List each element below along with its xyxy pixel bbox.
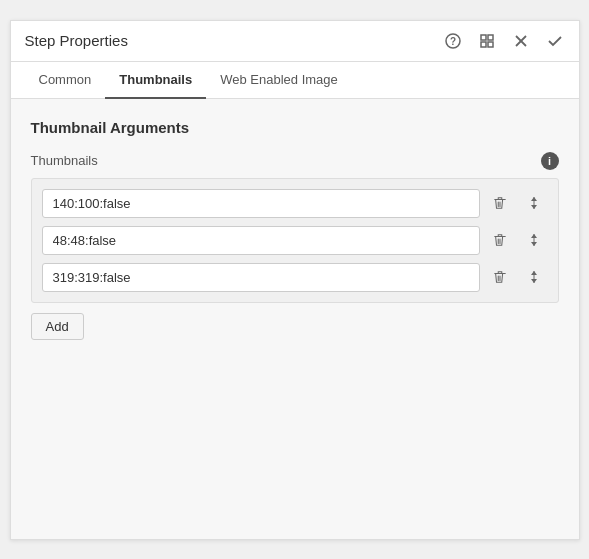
delete-row-1-button[interactable]	[486, 189, 514, 217]
tab-web-enabled-image[interactable]: Web Enabled Image	[206, 62, 352, 99]
tab-common[interactable]: Common	[25, 62, 106, 99]
help-icon[interactable]: ?	[443, 31, 463, 51]
sort-row-3-button[interactable]	[520, 263, 548, 291]
tab-thumbnails[interactable]: Thumbnails	[105, 62, 206, 99]
svg-rect-5	[488, 42, 493, 47]
step-properties-panel: Step Properties ?	[10, 20, 580, 540]
sort-row-1-button[interactable]	[520, 189, 548, 217]
delete-row-3-button[interactable]	[486, 263, 514, 291]
thumbnail-row	[42, 226, 548, 255]
thumbnails-box	[31, 178, 559, 303]
thumbnails-label-row: Thumbnails i	[31, 152, 559, 170]
thumbnail-input-2[interactable]	[42, 226, 480, 255]
header-icons: ?	[443, 31, 565, 51]
close-icon[interactable]	[511, 31, 531, 51]
confirm-icon[interactable]	[545, 31, 565, 51]
layout-icon[interactable]	[477, 31, 497, 51]
add-button[interactable]: Add	[31, 313, 84, 340]
sort-row-2-button[interactable]	[520, 226, 548, 254]
thumbnail-row	[42, 263, 548, 292]
thumbnail-row	[42, 189, 548, 218]
svg-text:?: ?	[449, 36, 455, 47]
tabs-bar: Common Thumbnails Web Enabled Image	[11, 62, 579, 99]
tab-content: Thumbnail Arguments Thumbnails i	[11, 99, 579, 539]
panel-header: Step Properties ?	[11, 21, 579, 62]
info-icon[interactable]: i	[541, 152, 559, 170]
thumbnail-input-1[interactable]	[42, 189, 480, 218]
panel-title: Step Properties	[25, 32, 443, 49]
svg-rect-4	[481, 42, 486, 47]
svg-rect-3	[488, 35, 493, 40]
svg-rect-2	[481, 35, 486, 40]
thumbnails-label: Thumbnails	[31, 153, 541, 168]
thumbnail-input-3[interactable]	[42, 263, 480, 292]
section-title: Thumbnail Arguments	[31, 119, 559, 136]
delete-row-2-button[interactable]	[486, 226, 514, 254]
